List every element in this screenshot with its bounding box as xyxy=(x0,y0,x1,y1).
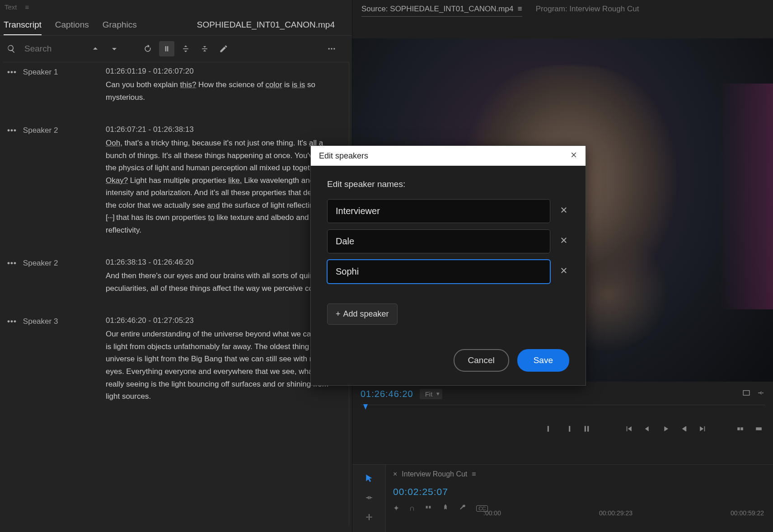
svg-rect-6 xyxy=(756,427,762,430)
segment-timecode: 01:26:38:13 - 01:26:46:20 xyxy=(106,258,342,267)
remove-speaker-icon[interactable] xyxy=(558,236,569,247)
dialog-titlebar: Edit speakers xyxy=(311,146,586,166)
step-fwd-icon[interactable] xyxy=(680,425,689,435)
ripple-tool-icon[interactable] xyxy=(365,493,374,504)
linked-selection-icon[interactable] xyxy=(425,504,432,513)
play-icon[interactable] xyxy=(661,425,670,435)
segment-timecode: 01:26:01:19 - 01:26:07:20 xyxy=(106,67,342,76)
mark-in-icon[interactable] xyxy=(545,425,554,435)
transcript-segment[interactable]: ••• Speaker 3 01:26:46:20 - 01:27:05:23 … xyxy=(7,316,342,402)
timeline-panel: × Interview Rough Cut ≡ 00:02:25:07 ✦ ∩ … xyxy=(352,464,773,532)
transcript-segment[interactable]: ••• Speaker 2 01:26:38:13 - 01:26:46:20 … xyxy=(7,258,342,294)
segment-menu-icon[interactable]: ••• xyxy=(7,317,17,326)
edit-speakers-dialog: Edit speakers Edit speaker names: + xyxy=(310,145,586,386)
merge-down-icon[interactable] xyxy=(197,41,212,56)
svg-rect-4 xyxy=(737,427,740,430)
speaker-name-input[interactable] xyxy=(327,229,550,253)
playhead-icon[interactable] xyxy=(363,404,368,410)
segment-menu-icon[interactable]: ••• xyxy=(7,68,17,77)
speaker-row xyxy=(327,260,569,284)
tab-graphics[interactable]: Graphics xyxy=(103,20,137,35)
transcript-toolbar xyxy=(0,36,352,62)
plus-icon: + xyxy=(336,309,341,319)
segment-timecode: 01:26:46:20 - 01:27:05:23 xyxy=(106,316,342,325)
speaker-row xyxy=(327,199,569,223)
remove-speaker-icon[interactable] xyxy=(558,266,569,277)
segment-timecode: 01:26:07:21 - 01:26:38:13 xyxy=(106,125,342,134)
speaker-name-input[interactable] xyxy=(327,260,550,284)
prev-result-icon[interactable] xyxy=(88,41,103,56)
close-icon[interactable] xyxy=(570,151,577,161)
more-options-icon[interactable] xyxy=(324,41,339,56)
transcript-filename: SOPHIEDALE_INT01_CANON.mp4 xyxy=(197,20,348,35)
text-panel: Text ≡ Transcript Captions Graphics SOPH… xyxy=(0,0,352,532)
svg-point-1 xyxy=(331,48,332,49)
remove-speaker-icon[interactable] xyxy=(558,206,569,216)
segment-text[interactable]: Our entire understanding of the universe… xyxy=(106,328,342,402)
search-icon[interactable] xyxy=(4,41,19,56)
sequence-menu-icon[interactable]: ≡ xyxy=(472,470,476,478)
segment-speaker[interactable]: Speaker 1 xyxy=(23,68,58,77)
wrench-icon[interactable] xyxy=(459,504,466,513)
tab-captions[interactable]: Captions xyxy=(55,20,89,35)
sequence-tab[interactable]: Interview Rough Cut xyxy=(402,470,467,478)
speaker-name-input[interactable] xyxy=(327,199,550,223)
transcript-segment[interactable]: ••• Speaker 2 01:26:07:21 - 01:26:38:13 … xyxy=(7,125,342,236)
text-panel-tab[interactable]: Text xyxy=(5,3,17,11)
tab-source[interactable]: Source: SOPHIEDALE_INT01_CANON.mp4 ≡ xyxy=(361,5,522,17)
segment-speaker[interactable]: Speaker 2 xyxy=(23,259,58,268)
cancel-button[interactable]: Cancel xyxy=(454,349,509,372)
speaker-row xyxy=(327,229,569,253)
output-settings-icon[interactable] xyxy=(757,389,765,399)
go-to-out-icon[interactable] xyxy=(698,425,707,435)
monitor-tabs: Source: SOPHIEDALE_INT01_CANON.mp4 ≡ Pro… xyxy=(352,0,773,20)
snap-icon[interactable]: ✦ xyxy=(393,504,399,513)
selection-tool-icon[interactable] xyxy=(365,474,374,485)
segment-speaker[interactable]: Speaker 3 xyxy=(23,317,58,326)
insert-icon[interactable] xyxy=(736,425,745,435)
timeline-ruler[interactable]: :00:00 00:00:29:23 00:00:59:22 xyxy=(483,509,764,523)
panel-window-tabs: Text ≡ xyxy=(0,0,352,14)
add-speaker-button[interactable]: + Add speaker xyxy=(327,303,398,325)
svg-point-2 xyxy=(333,48,335,49)
transcript-segment[interactable]: ••• Speaker 1 01:26:01:19 - 01:26:07:20 … xyxy=(7,67,342,103)
monitor-ruler[interactable] xyxy=(361,405,765,418)
segment-text[interactable]: And then there's our eyes and our brains… xyxy=(106,270,342,294)
save-button[interactable]: Save xyxy=(517,349,569,372)
transport-controls xyxy=(352,420,773,443)
svg-rect-3 xyxy=(743,391,750,396)
mark-clip-icon[interactable] xyxy=(582,425,591,435)
merge-up-icon[interactable] xyxy=(178,41,193,56)
magnet-icon[interactable]: ∩ xyxy=(409,504,415,513)
panel-menu-icon[interactable]: ≡ xyxy=(25,3,29,11)
zoom-fit-dropdown[interactable]: Fit xyxy=(420,389,443,399)
refresh-icon[interactable] xyxy=(140,41,155,56)
safe-margins-icon[interactable] xyxy=(742,389,750,399)
segment-menu-icon[interactable]: ••• xyxy=(7,126,17,135)
svg-rect-5 xyxy=(740,427,743,430)
transcript-tabs: Transcript Captions Graphics SOPHIEDALE_… xyxy=(0,14,352,36)
go-to-in-icon[interactable] xyxy=(624,425,633,435)
source-timecode[interactable]: 01:26:46:20 xyxy=(361,389,413,399)
segment-menu-icon[interactable]: ••• xyxy=(7,259,17,268)
marker-tool-icon[interactable] xyxy=(442,504,449,513)
pause-sync-icon[interactable] xyxy=(159,41,174,56)
step-back-icon[interactable] xyxy=(643,425,651,435)
tab-program[interactable]: Program: Interview Rough Cut xyxy=(536,5,639,17)
razor-tool-icon[interactable] xyxy=(365,513,374,524)
segment-speaker[interactable]: Speaker 2 xyxy=(23,126,58,135)
timeline-toolbar xyxy=(352,465,386,532)
svg-point-0 xyxy=(328,48,330,49)
next-result-icon[interactable] xyxy=(107,41,122,56)
mark-out-icon[interactable] xyxy=(564,425,572,435)
timeline-timecode[interactable]: 00:02:25:07 xyxy=(393,486,766,497)
edit-pencil-icon[interactable] xyxy=(216,41,231,56)
segment-text[interactable]: Can you both explain this? How the scien… xyxy=(106,79,342,103)
search-input[interactable] xyxy=(24,44,70,54)
transcript-body: ••• Speaker 1 01:26:01:19 - 01:26:07:20 … xyxy=(3,62,349,526)
dialog-title: Edit speakers xyxy=(319,151,368,161)
overwrite-icon[interactable] xyxy=(754,425,763,435)
segment-text[interactable]: Ooh, that's a tricky thing, because it's… xyxy=(106,137,342,236)
close-sequence-icon[interactable]: × xyxy=(393,470,397,478)
tab-transcript[interactable]: Transcript xyxy=(4,20,42,35)
